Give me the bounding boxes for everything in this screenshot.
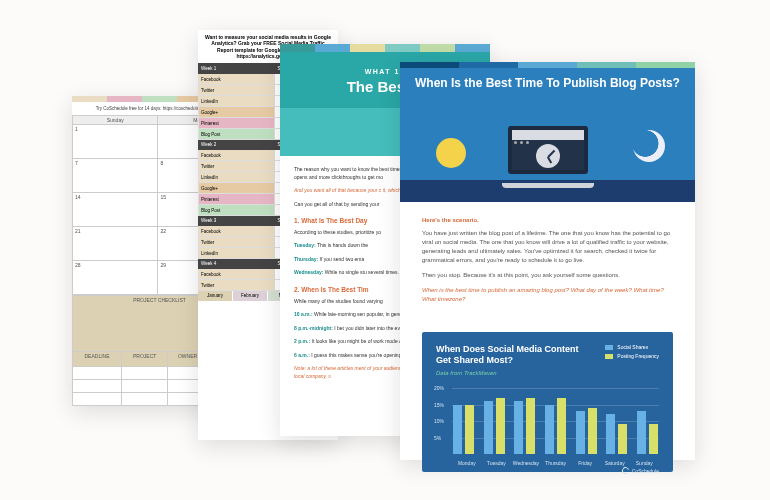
x-tick: Wednesday xyxy=(511,460,541,466)
chart-column xyxy=(606,388,629,454)
chart-bar xyxy=(649,424,658,454)
laptop-icon xyxy=(502,126,594,188)
channel-cell: Blog Post xyxy=(199,129,275,140)
channel-cell: Facebook xyxy=(199,226,275,237)
week-header: Week 3 xyxy=(199,216,275,226)
chart-bar xyxy=(576,411,585,454)
chart-title: When Does Social Media Content Get Share… xyxy=(436,344,586,367)
chart-bar xyxy=(514,401,523,454)
chart-bar xyxy=(545,405,554,455)
legend-item: Social Shares xyxy=(605,344,659,350)
brand-badge: CoSchedule xyxy=(622,467,659,474)
day-header: Sunday xyxy=(73,116,158,125)
chart-column xyxy=(544,388,567,454)
month-tab: January xyxy=(198,291,233,301)
channel-cell: Blog Post xyxy=(199,205,275,216)
channel-cell: Facebook xyxy=(199,150,275,161)
channel-cell: Twitter xyxy=(199,280,275,291)
chart-bar xyxy=(526,398,535,454)
chart-column xyxy=(575,388,598,454)
x-tick: Thursday xyxy=(541,460,571,466)
channel-cell: LinkedIn xyxy=(199,248,275,259)
chart-legend: Social SharesPosting Frequency xyxy=(605,344,659,362)
chart-bar xyxy=(618,424,627,454)
chart-subtitle: Data from TrackMaven xyxy=(436,370,659,376)
week-header: Week 2 xyxy=(199,140,275,150)
header: When Is the Best Time To Publish Blog Po… xyxy=(400,62,695,202)
calendar-cell: 1 xyxy=(73,125,158,159)
checklist-col: DEADLINE xyxy=(73,351,122,366)
y-tick: 20% xyxy=(434,385,444,391)
week-header: Week 4 xyxy=(199,259,275,269)
channel-cell: Twitter xyxy=(199,85,275,96)
chart-column xyxy=(636,388,659,454)
chart-bar xyxy=(465,405,474,455)
chart-column xyxy=(452,388,475,454)
x-tick: Friday xyxy=(570,460,600,466)
share-chart: When Does Social Media Content Get Share… xyxy=(422,332,673,472)
channel-cell: LinkedIn xyxy=(199,172,275,183)
logo-icon xyxy=(620,466,630,476)
chart-bar xyxy=(496,398,505,454)
channel-cell: Facebook xyxy=(199,74,275,85)
channel-cell: Twitter xyxy=(199,237,275,248)
chart-bar xyxy=(453,405,462,455)
body-text: Here's the scenario. You have just writt… xyxy=(400,202,695,324)
chart-bar xyxy=(588,408,597,454)
y-tick: 5% xyxy=(434,435,441,441)
calendar-cell: 21 xyxy=(73,227,158,261)
clock-icon xyxy=(536,144,560,168)
hero-scene xyxy=(400,126,695,202)
channel-cell: Facebook xyxy=(199,269,275,280)
channel-cell: Pinterest xyxy=(199,118,275,129)
chart-bar xyxy=(606,414,615,454)
chart-bar xyxy=(557,398,566,454)
x-tick: Monday xyxy=(452,460,482,466)
x-tick: Saturday xyxy=(600,460,630,466)
y-tick: 15% xyxy=(434,402,444,408)
chart-column xyxy=(483,388,506,454)
x-tick: Sunday xyxy=(629,460,659,466)
doc-blog-best-time: When Is the Best Time To Publish Blog Po… xyxy=(400,62,695,460)
calendar-cell: 14 xyxy=(73,193,158,227)
moon-icon xyxy=(633,130,665,162)
calendar-cell: 28 xyxy=(73,261,158,295)
channel-cell: LinkedIn xyxy=(199,96,275,107)
chart-column xyxy=(513,388,536,454)
scenario-heading: Here's the scenario. xyxy=(422,216,673,225)
page-title: When Is the Best Time To Publish Blog Po… xyxy=(400,76,695,90)
chart-bar xyxy=(637,411,646,454)
channel-cell: Google+ xyxy=(199,107,275,118)
channel-cell: Google+ xyxy=(199,183,275,194)
channel-cell: Pinterest xyxy=(199,194,275,205)
checklist-col: PROJECT xyxy=(122,351,168,366)
channel-cell: Twitter xyxy=(199,161,275,172)
legend-item: Posting Frequency xyxy=(605,353,659,359)
chart-bar xyxy=(484,401,493,454)
sun-icon xyxy=(436,138,466,168)
y-tick: 10% xyxy=(434,418,444,424)
calendar-cell: 7 xyxy=(73,159,158,193)
week-header: Week 1 xyxy=(199,64,275,74)
month-tab: February xyxy=(233,291,268,301)
x-tick: Tuesday xyxy=(482,460,512,466)
